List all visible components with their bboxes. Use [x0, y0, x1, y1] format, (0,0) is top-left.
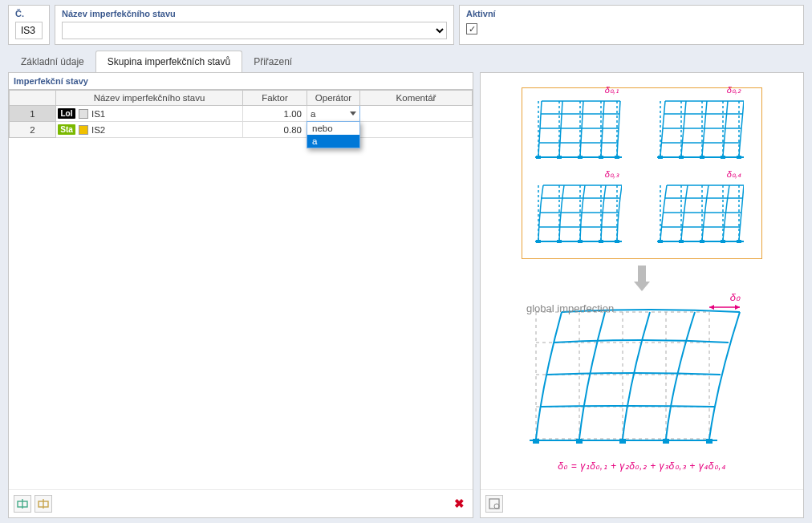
operator-value: a: [311, 109, 315, 119]
right-panel-footer: [481, 489, 803, 517]
delta-label-3: δ₀,₃: [605, 169, 619, 180]
mini-frame-2: δ₀,₂: [656, 96, 744, 162]
table-row[interactable]: 2 Sta IS2 0.80: [10, 122, 473, 138]
operator-dropdown-cell[interactable]: a nebo a: [307, 106, 360, 122]
delete-icon: ✖: [454, 497, 465, 511]
svg-rect-69: [658, 240, 663, 243]
global-imperfection-diagram: global imperfection δ₀: [522, 302, 762, 472]
active-label: Aktivní: [466, 9, 797, 18]
svg-rect-56: [578, 240, 583, 243]
tab-basic-data[interactable]: Základní údaje: [10, 51, 95, 72]
operator-dropdown-list: nebo a: [307, 121, 360, 148]
svg-rect-89: [706, 439, 713, 444]
number-field-group: Č.: [8, 5, 50, 45]
svg-rect-58: [615, 240, 619, 243]
row-comment[interactable]: [360, 106, 473, 122]
row-type-tag: LoI: [58, 108, 75, 119]
svg-rect-19: [536, 156, 541, 159]
dropdown-option-a[interactable]: a: [307, 135, 359, 148]
row-comment[interactable]: [360, 122, 473, 138]
svg-rect-42: [721, 156, 725, 159]
delete-button[interactable]: ✖: [450, 495, 468, 513]
delta-label-1: δ₀,₁: [605, 85, 619, 95]
row-name: IS1: [91, 109, 105, 119]
svg-marker-91: [709, 305, 714, 310]
imperfection-quad-diagram: δ₀,₁ δ₀,₂: [522, 87, 762, 259]
svg-rect-55: [557, 240, 562, 243]
col-comment: Komentář: [360, 91, 473, 106]
active-field-group: Aktivní ✓: [459, 5, 804, 45]
number-label: Č.: [15, 9, 43, 18]
add-row-button[interactable]: [14, 495, 31, 513]
dropdown-option-nebo[interactable]: nebo: [307, 122, 359, 135]
number-input[interactable]: [15, 22, 43, 39]
delta-label-4: δ₀,₄: [727, 169, 741, 180]
svg-rect-40: [679, 156, 684, 159]
svg-marker-92: [735, 305, 740, 310]
name-field-group: Název imperfekčního stavu: [55, 5, 454, 45]
tab-group-states[interactable]: Skupina imperfekčních stavů: [95, 51, 242, 72]
tab-assignment[interactable]: Přiřazení: [242, 51, 303, 72]
add-row-alt-button[interactable]: [35, 495, 52, 513]
states-table: Název imperfekčního stavu Faktor Operáto…: [9, 90, 473, 138]
svg-rect-73: [737, 240, 741, 243]
svg-rect-43: [737, 156, 741, 159]
col-factor: Faktor: [243, 91, 307, 106]
svg-rect-21: [578, 156, 583, 159]
row-factor[interactable]: 1.00: [243, 106, 307, 122]
row-factor[interactable]: 0.80: [243, 122, 307, 138]
mini-frame-4: δ₀,₄: [656, 180, 744, 246]
col-operator: Operátor: [307, 91, 360, 106]
row-color-swatch: [79, 125, 88, 135]
svg-rect-57: [599, 240, 603, 243]
svg-rect-86: [576, 439, 583, 444]
svg-rect-70: [679, 240, 684, 243]
row-name: IS2: [91, 125, 105, 135]
row-type-tag: Sta: [58, 124, 75, 135]
graphics-settings-button[interactable]: [485, 495, 503, 513]
graphics-icon: [489, 498, 500, 509]
chevron-down-icon: [350, 111, 356, 116]
formula-text: δ₀ = γ₁δ₀,₁ + γ₂δ₀,₂ + γ₃δ₀,₃ + γ₄δ₀,₄: [522, 460, 762, 472]
svg-rect-39: [658, 156, 663, 159]
add-row-alt-icon: [38, 498, 49, 509]
row-color-swatch: [79, 109, 88, 119]
active-checkbox[interactable]: ✓: [466, 23, 477, 34]
col-name: Název imperfekčního stavu: [56, 91, 243, 106]
table-row[interactable]: 1 LoI IS1 1.00 a: [10, 106, 473, 122]
mini-frame-1: δ₀,₁: [534, 96, 622, 162]
left-panel-title: Imperfekční stavy: [9, 73, 473, 89]
svg-rect-72: [721, 240, 725, 243]
svg-rect-41: [700, 156, 704, 159]
svg-rect-22: [599, 156, 603, 159]
left-panel: Imperfekční stavy Název imperfekčního st…: [8, 72, 473, 518]
global-imperfection-label: global imperfection: [526, 302, 614, 314]
delta-zero-label: δ₀: [730, 291, 740, 303]
right-panel: δ₀,₁ δ₀,₂: [480, 72, 804, 518]
svg-rect-71: [700, 240, 704, 243]
svg-rect-85: [533, 439, 539, 444]
svg-point-94: [494, 504, 499, 509]
add-row-icon: [17, 498, 28, 509]
delta-label-2: δ₀,₂: [727, 85, 741, 95]
name-label: Název imperfekčního stavu: [62, 9, 447, 18]
svg-rect-54: [536, 240, 541, 243]
svg-rect-23: [615, 156, 619, 159]
arrow-down-icon: [634, 266, 650, 291]
mini-frame-3: δ₀,₃: [534, 180, 622, 246]
row-number-cell: 2: [10, 122, 56, 138]
svg-rect-88: [663, 439, 669, 444]
svg-rect-20: [557, 156, 562, 159]
preview-area: δ₀,₁ δ₀,₂: [481, 73, 803, 489]
tab-bar: Základní údaje Skupina imperfekčních sta…: [0, 51, 812, 72]
left-panel-footer: ✖: [9, 489, 473, 517]
row-number-cell: 1: [10, 106, 56, 122]
name-dropdown[interactable]: [62, 22, 447, 39]
svg-rect-87: [619, 439, 626, 444]
